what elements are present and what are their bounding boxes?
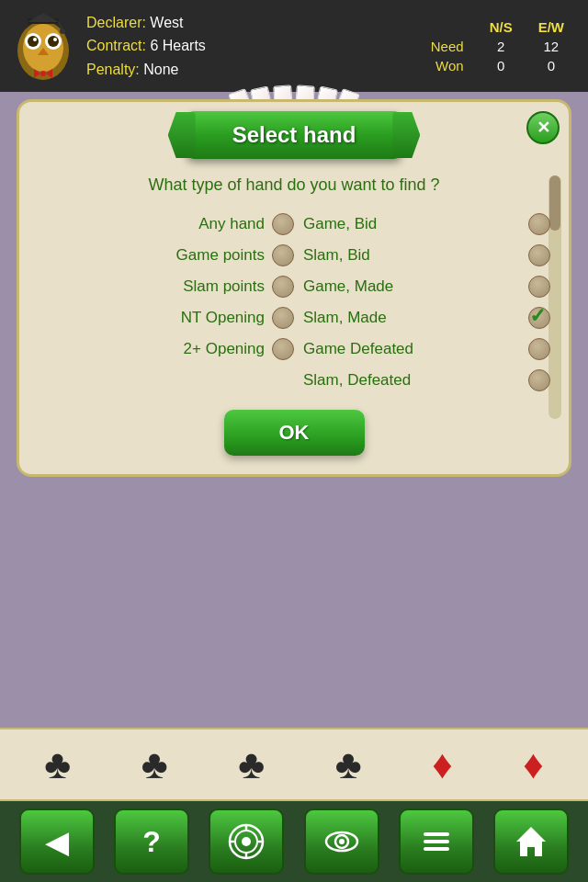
option-two-plus-opening-radio[interactable] [272, 338, 294, 360]
svg-rect-26 [424, 832, 449, 836]
dialog-scrollbar[interactable] [548, 175, 561, 419]
eye-button[interactable] [304, 808, 379, 875]
svg-marker-10 [28, 13, 59, 22]
option-game-made[interactable]: Game, Made [294, 276, 550, 298]
option-slam-made-radio[interactable]: ✓ [528, 307, 550, 329]
svg-point-6 [33, 38, 37, 41]
option-game-made-label: Game, Made [303, 277, 521, 296]
option-game-points-label: Game points [38, 246, 265, 265]
declarer-value: West [150, 15, 183, 30]
option-slam-defeated-label: Slam, Defeated [303, 371, 521, 390]
owl-icon [11, 9, 75, 83]
help-button[interactable]: ? [114, 808, 189, 875]
option-game-points-radio[interactable] [272, 244, 294, 266]
option-slam-made-label: Slam, Made [303, 309, 521, 327]
ew-header: E/W [526, 17, 577, 37]
svg-rect-27 [424, 840, 449, 843]
option-slam-points[interactable]: Slam points [38, 276, 294, 298]
option-slam-made[interactable]: Slam, Made ✓ [294, 307, 550, 329]
option-slam-bid-radio[interactable] [528, 244, 550, 266]
option-game-defeated-label: Game Defeated [303, 340, 521, 358]
option-game-defeated-radio[interactable] [528, 338, 550, 360]
banner-container: Select hand [38, 111, 550, 159]
suit-club-2[interactable]: ♣ [141, 741, 168, 787]
penalty-label: Penalty: [86, 62, 140, 77]
option-game-made-radio[interactable] [528, 276, 550, 298]
penalty-value: None [143, 62, 178, 77]
svg-point-7 [53, 38, 57, 41]
svg-marker-29 [516, 827, 546, 856]
contract-value: 6 Hearts [150, 38, 205, 53]
suit-club-3[interactable]: ♣ [238, 741, 265, 787]
option-game-bid-radio[interactable] [528, 213, 550, 235]
home-button[interactable] [493, 808, 569, 875]
header-info: Declarer: West Contract: 6 Hearts Penalt… [86, 11, 418, 82]
option-nt-opening[interactable]: NT Opening [38, 307, 294, 329]
close-button[interactable]: ✕ [526, 111, 560, 144]
option-slam-defeated[interactable]: Slam, Defeated [294, 369, 550, 391]
chip-button[interactable] [209, 808, 284, 875]
need-label: Need [418, 37, 477, 56]
suit-diamond-2[interactable]: ♦ [523, 741, 543, 787]
option-game-points[interactable]: Game points [38, 244, 294, 266]
back-button[interactable]: ◀ [19, 808, 95, 875]
banner: Select hand [187, 111, 402, 159]
header: Declarer: West Contract: 6 Hearts Penalt… [0, 0, 588, 92]
svg-point-12 [60, 28, 65, 34]
option-empty-left [38, 369, 294, 391]
suit-diamond-1[interactable]: ♦ [432, 741, 452, 787]
score-table: N/S E/W Need 2 12 Won 0 0 [418, 17, 577, 75]
svg-point-4 [28, 36, 39, 47]
svg-point-18 [242, 837, 251, 846]
option-slam-defeated-radio[interactable] [528, 369, 550, 391]
option-slam-bid[interactable]: Slam, Bid [294, 244, 550, 266]
select-hand-dialog: ✕ Select hand What type of hand do you w… [17, 99, 571, 477]
option-slam-points-radio[interactable] [272, 276, 294, 298]
need-ew: 12 [526, 37, 577, 56]
ns-header: N/S [477, 17, 526, 37]
suit-club-4[interactable]: ♣ [335, 741, 362, 787]
option-slam-points-label: Slam points [38, 277, 265, 296]
suits-bar: ♣ ♣ ♣ ♣ ♦ ♦ [0, 728, 588, 801]
option-slam-bid-label: Slam, Bid [303, 246, 521, 265]
dialog-question: What type of hand do you want to find ? [38, 175, 550, 195]
contract-label: Contract: [86, 38, 146, 53]
svg-point-5 [48, 36, 59, 47]
dialog-title: Select hand [232, 122, 356, 147]
ok-button[interactable]: OK [224, 410, 365, 456]
declarer-label: Declarer: [86, 15, 146, 30]
svg-point-15 [40, 71, 46, 76]
option-any-hand-label: Any hand [38, 215, 265, 233]
option-nt-opening-label: NT Opening [38, 309, 265, 327]
svg-rect-28 [424, 847, 449, 851]
won-label: Won [418, 56, 477, 75]
option-any-hand[interactable]: Any hand [38, 213, 294, 235]
option-two-plus-opening[interactable]: 2+ Opening [38, 338, 294, 360]
option-two-plus-opening-label: 2+ Opening [38, 340, 265, 358]
scrollbar-thumb[interactable] [549, 175, 560, 231]
option-any-hand-radio[interactable] [272, 213, 294, 235]
need-ns: 2 [477, 37, 526, 56]
option-game-bid-label: Game, Bid [303, 215, 521, 233]
won-ew: 0 [526, 56, 577, 75]
won-ns: 0 [477, 56, 526, 75]
suit-club-1[interactable]: ♣ [44, 741, 71, 787]
toolbar: ◀ ? [0, 801, 588, 882]
option-nt-opening-radio[interactable] [272, 307, 294, 329]
menu-button[interactable] [399, 808, 474, 875]
option-game-defeated[interactable]: Game Defeated [294, 338, 550, 360]
options-grid: Any hand Game, Bid Game points Slam, Bid… [38, 213, 550, 391]
option-game-bid[interactable]: Game, Bid [294, 213, 550, 235]
svg-point-25 [339, 839, 345, 844]
